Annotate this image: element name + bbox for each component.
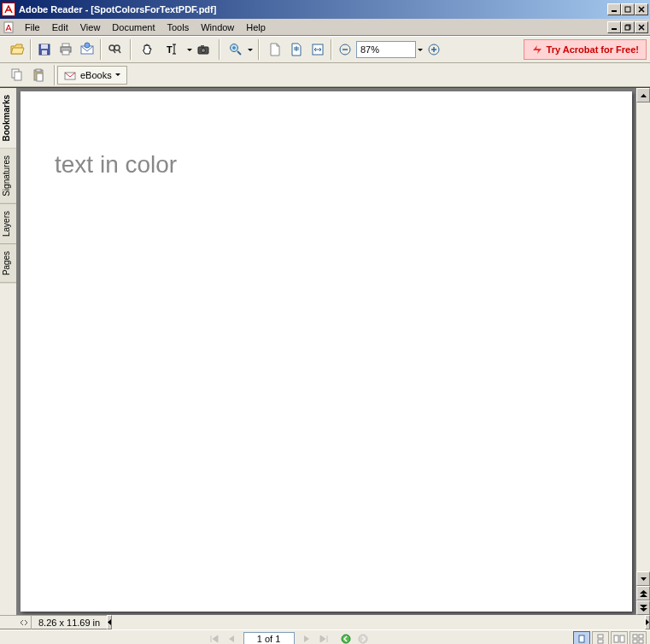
copy-button[interactable] (7, 65, 27, 85)
menu-edit[interactable]: Edit (46, 20, 74, 34)
facing-view-button[interactable] (611, 631, 628, 644)
menu-window[interactable]: Window (195, 20, 240, 34)
svg-rect-11 (62, 50, 69, 55)
svg-point-13 (85, 43, 90, 48)
maximize-button[interactable] (621, 3, 635, 15)
horizontal-scrollbar[interactable] (107, 615, 650, 629)
panel-resize-handle[interactable] (17, 615, 32, 629)
svg-rect-7 (41, 44, 48, 49)
promo-button[interactable]: Try Acrobat for Free! (524, 39, 647, 60)
single-page-view-button[interactable] (573, 631, 590, 644)
svg-rect-22 (201, 45, 204, 47)
minimize-button[interactable] (607, 3, 621, 15)
svg-line-16 (114, 50, 115, 53)
save-button[interactable] (34, 39, 55, 60)
next-view-button[interactable] (354, 631, 372, 644)
menu-document[interactable]: Document (106, 20, 161, 34)
last-page-button[interactable] (315, 631, 332, 644)
app-name: Adobe Reader (19, 4, 83, 15)
doc-icon[interactable] (2, 20, 15, 34)
svg-point-15 (114, 45, 120, 50)
navigation-bar (0, 629, 650, 644)
page-dimensions: 8.26 x 11.69 in (32, 618, 107, 628)
select-dropdown[interactable] (186, 39, 192, 60)
doc-minimize-button[interactable] (607, 21, 621, 33)
tab-pages[interactable]: Pages (0, 244, 16, 283)
new-page-button[interactable] (265, 39, 285, 60)
page-up-button[interactable] (636, 586, 650, 600)
pdf-page: text in color (20, 91, 632, 612)
page-number-field[interactable] (243, 632, 295, 644)
promo-label: Try Acrobat for Free! (547, 44, 639, 55)
continuous-view-button[interactable] (592, 631, 609, 644)
vertical-scrollbar[interactable] (635, 88, 650, 615)
svg-rect-48 (633, 640, 637, 643)
document-viewport[interactable]: text in color (17, 88, 635, 615)
tab-bookmarks[interactable]: Bookmarks (0, 88, 16, 149)
scroll-down-button[interactable] (636, 571, 650, 586)
first-page-button[interactable] (206, 631, 223, 644)
close-button[interactable] (635, 3, 648, 15)
doc-close-button[interactable] (635, 21, 648, 33)
dimension-bar: 8.26 x 11.69 in (0, 615, 650, 629)
zoom-in-button[interactable] (225, 39, 246, 60)
zoom-dropdown[interactable] (247, 39, 253, 60)
hand-tool-button[interactable] (137, 39, 157, 60)
side-tabs: Bookmarks Signatures Layers Pages (0, 88, 17, 615)
scroll-up-button[interactable] (636, 88, 650, 102)
svg-line-17 (119, 50, 120, 53)
svg-rect-8 (42, 50, 47, 55)
zoom-combo-dropdown[interactable] (417, 39, 423, 60)
svg-point-21 (202, 49, 206, 53)
menu-file[interactable]: File (19, 20, 46, 34)
scroll-track[interactable] (636, 102, 650, 571)
fit-width-button[interactable] (307, 39, 328, 60)
menu-bar: File Edit View Document Tools Window Hel… (0, 19, 650, 36)
app-icon (2, 3, 15, 16)
prev-view-button[interactable] (337, 631, 354, 644)
text-select-button[interactable]: T (158, 39, 185, 60)
zoom-out-button[interactable] (335, 39, 355, 60)
doc-name: [SpotColorsForTextPDF.pdf] (91, 4, 216, 15)
svg-rect-5 (625, 26, 630, 30)
svg-text:T: T (167, 44, 173, 55)
svg-rect-37 (37, 73, 43, 81)
zoom-input[interactable] (360, 44, 412, 55)
svg-line-24 (237, 51, 241, 55)
search-button[interactable] (104, 39, 125, 60)
document-area: text in color (17, 88, 650, 615)
title-bar: Adobe Reader - [SpotColorsForTextPDF.pdf… (0, 0, 650, 19)
email-button[interactable] (77, 39, 97, 60)
print-button[interactable] (56, 39, 76, 60)
svg-rect-44 (614, 635, 618, 642)
svg-rect-41 (579, 635, 584, 642)
fit-page-button[interactable] (286, 39, 307, 60)
tab-signatures[interactable]: Signatures (0, 149, 16, 204)
svg-rect-49 (639, 640, 643, 643)
hscroll-track[interactable] (112, 615, 645, 629)
svg-rect-36 (36, 69, 41, 72)
zoom-combo[interactable] (356, 41, 416, 58)
svg-point-39 (342, 635, 350, 643)
ebooks-dropdown[interactable] (115, 65, 121, 85)
scroll-right-button[interactable] (645, 615, 650, 629)
svg-point-40 (359, 635, 367, 643)
ebooks-button[interactable]: eBooks (57, 66, 127, 85)
doc-restore-button[interactable] (621, 21, 635, 33)
next-page-button[interactable] (298, 631, 315, 644)
svg-rect-47 (639, 635, 643, 638)
main-toolbar: T Try Acrobat for Free! (0, 36, 650, 63)
menu-view[interactable]: View (74, 20, 107, 34)
tab-layers[interactable]: Layers (0, 204, 16, 244)
menu-tools[interactable]: Tools (161, 20, 196, 34)
ebooks-label: eBooks (80, 70, 112, 80)
snapshot-button[interactable] (193, 39, 214, 60)
open-button[interactable] (7, 39, 27, 60)
svg-rect-43 (598, 640, 603, 643)
continuous-facing-view-button[interactable] (630, 631, 647, 644)
zoom-in-circle-button[interactable] (424, 39, 444, 60)
paste-button[interactable] (28, 65, 49, 85)
prev-page-button[interactable] (223, 631, 240, 644)
page-down-button[interactable] (636, 600, 650, 615)
menu-help[interactable]: Help (240, 20, 272, 34)
